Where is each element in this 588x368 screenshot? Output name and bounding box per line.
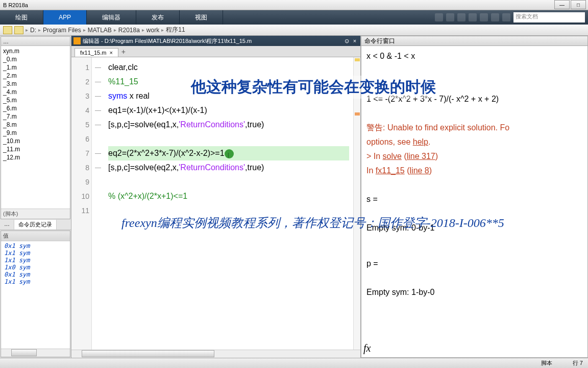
line-link[interactable]: line 317 [407, 152, 435, 160]
scroll-thumb[interactable] [11, 349, 37, 356]
address-bar[interactable]: ▸ D: ▸ Program Files ▸ MATLAB ▸ R2018a ▸… [0, 25, 588, 36]
cmd-output: 1 <= -(2*x^2 + 3*x - 7)/(- x^2 + x + 2) [366, 92, 582, 106]
list-item[interactable]: _2.m [2, 72, 69, 80]
ws-item[interactable]: 1x1 sym [2, 278, 69, 285]
code-line[interactable]: %11_15 [108, 75, 349, 89]
list-item[interactable]: _8.m [2, 121, 69, 129]
ws-item[interactable]: 1x1 sym [2, 257, 69, 264]
list-item[interactable]: _9.m [2, 129, 69, 137]
workspace-list[interactable]: 0x1 sym 1x1 sym 1x1 sym 1x0 sym 0x1 sym … [1, 241, 70, 349]
code-line[interactable]: syms x real [108, 89, 349, 103]
file-tab[interactable]: fx11_15.m × [75, 48, 118, 57]
code-line[interactable] [108, 203, 349, 218]
cmd-output: s = [366, 192, 582, 206]
command-prompt[interactable]: fx [363, 341, 371, 355]
cmd-warning: 警告: Unable to find explicit solution. Fo [366, 121, 582, 135]
current-folder-header: … [1, 37, 70, 46]
help-icon[interactable] [502, 13, 510, 21]
list-item[interactable]: xyn.m [2, 47, 69, 55]
cmd-trace: In fx11_15 (line 8) [366, 164, 582, 178]
search-docs-input[interactable]: 搜索文档 [513, 12, 585, 22]
line-link[interactable]: line 8 [410, 166, 429, 175]
tab-publish[interactable]: 发布 [136, 10, 180, 25]
solve-link[interactable]: solve [383, 152, 402, 160]
tab-editor[interactable]: 编辑器 [87, 10, 136, 25]
folder-icon [14, 26, 23, 34]
cut-icon[interactable] [446, 13, 454, 21]
addr-seg-5[interactable]: 程序11 [166, 26, 185, 34]
back-icon[interactable] [3, 26, 12, 34]
list-item[interactable]: _6.m [2, 104, 69, 112]
editor-hscroll[interactable] [71, 350, 360, 358]
list-item[interactable]: _1.m [2, 63, 69, 72]
breakpoint-column[interactable]: ——————— [92, 57, 104, 350]
tab-apps[interactable]: APP [43, 10, 87, 25]
copy-icon[interactable] [457, 13, 465, 21]
list-item[interactable]: _5.m [2, 96, 69, 104]
file-tab-close-icon[interactable]: × [109, 50, 112, 56]
editor-tab-row: fx11_15.m × + [71, 46, 360, 57]
code-line[interactable]: eq1=(x-1)/(x+1)<(x+1)/(x-1) [108, 103, 349, 118]
help-link[interactable]: help [413, 137, 428, 146]
code-line[interactable] [108, 132, 349, 146]
ws-item[interactable]: 1x0 sym [2, 264, 69, 271]
file-link[interactable]: fx11_15 [376, 166, 405, 175]
list-item[interactable]: _3.m [2, 80, 69, 88]
window-title: B R2018a [3, 2, 28, 8]
window-min-button[interactable]: — [554, 0, 570, 9]
window-titlebar: B R2018a — □ [0, 0, 588, 10]
cmd-trace: > In solve (line 317) [366, 149, 582, 164]
redo-icon[interactable] [491, 13, 499, 21]
cmd-output: p = [366, 257, 582, 271]
addr-seg-4[interactable]: work [146, 27, 159, 34]
paste-icon[interactable] [469, 13, 477, 21]
mark-icon [355, 112, 360, 116]
ws-item[interactable]: 1x1 sym [2, 249, 69, 257]
left-column: … xyn.m _0.m _1.m _2.m _3.m _4.m _5.m _6… [0, 36, 71, 358]
code-text[interactable]: clear,clc %11_15 syms x real eq1=(x-1)/(… [104, 57, 353, 350]
code-area[interactable]: 1234567891011 ——————— clear,clc %11_15 s… [71, 57, 360, 350]
addr-seg-1[interactable]: Program Files [43, 27, 81, 34]
tab-plots[interactable]: 绘图 [0, 10, 43, 25]
code-line[interactable]: clear,clc [108, 60, 349, 75]
sub-tab-history[interactable]: 命令历史记录 [14, 220, 57, 229]
addr-seg-drive[interactable]: D: [30, 27, 36, 34]
code-minimap[interactable] [353, 57, 360, 350]
code-line-current[interactable]: eq2=(2*x^2+3*x-7)/(x^2-x-2)>=1 [108, 146, 349, 160]
editor-close-icon[interactable]: × [351, 37, 358, 44]
addr-seg-3[interactable]: R2018a [118, 27, 140, 34]
list-item[interactable]: _11.m [2, 145, 69, 153]
file-list[interactable]: xyn.m _0.m _1.m _2.m _3.m _4.m _5.m _6.m… [1, 46, 70, 209]
ws-item[interactable]: 0x1 sym [2, 242, 69, 249]
code-line[interactable]: [s,p,c]=solve(eq1,x,'ReturnConditions',t… [108, 118, 349, 132]
command-window[interactable]: x < 0 & -1 < x 1 <= -(2*x^2 + 3*x - 7)/(… [361, 46, 588, 358]
tab-view[interactable]: 视图 [180, 10, 223, 25]
cmd-warning: options, see help. [366, 135, 582, 149]
addr-seg-2[interactable]: MATLAB [88, 27, 112, 34]
code-line[interactable]: [s,p,c]=solve(eq2,x,'ReturnConditions',t… [108, 160, 349, 175]
list-item[interactable]: _12.m [2, 153, 69, 162]
code-line[interactable]: % (x^2+x)/(2*x+1)<=1 [108, 189, 349, 203]
window-max-button[interactable]: □ [571, 0, 586, 9]
list-item[interactable]: _10.m [2, 137, 69, 145]
list-item[interactable]: _7.m [2, 112, 69, 121]
sub-tab-1[interactable]: … [0, 220, 14, 229]
command-window-header: 命令行窗口 [361, 36, 588, 46]
list-item[interactable]: _4.m [2, 88, 69, 96]
status-bar: 脚本 行 7 [0, 358, 588, 368]
cmd-output: x < 0 & -1 < x [366, 49, 582, 63]
undo-icon[interactable] [480, 13, 488, 21]
status-mode: 脚本 [541, 359, 552, 367]
editor-maximize-icon[interactable]: ⊙ [343, 37, 350, 44]
list-item[interactable]: _0.m [2, 55, 69, 63]
status-position: 行 7 [573, 359, 583, 367]
code-line[interactable] [108, 175, 349, 189]
hscrollbar[interactable] [1, 349, 70, 357]
editor-pane: 编辑器 - D:\Program Files\MATLAB\R2018a\wor… [71, 36, 361, 358]
scroll-thumb[interactable] [82, 350, 214, 357]
add-tab-button[interactable]: + [118, 47, 129, 57]
workspace-header-value: 值 [1, 231, 70, 241]
save-icon[interactable] [435, 13, 443, 21]
ws-item[interactable]: 0x1 sym [2, 271, 69, 278]
line-gutter: 1234567891011 [71, 57, 92, 350]
